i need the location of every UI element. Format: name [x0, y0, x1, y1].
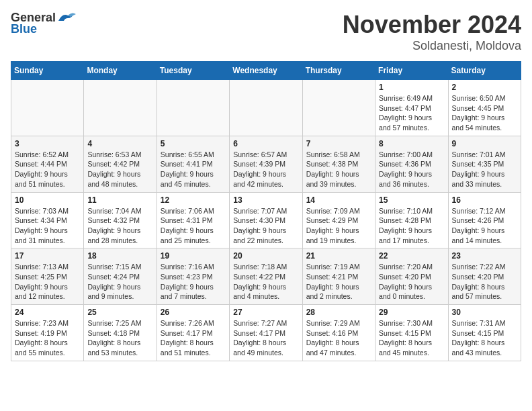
calendar-header-cell: Saturday [448, 62, 521, 80]
day-info: Sunrise: 7:15 AM Sunset: 4:24 PM Dayligh… [87, 262, 152, 302]
day-number: 30 [452, 308, 517, 317]
day-number: 9 [452, 139, 517, 148]
day-number: 10 [15, 195, 80, 205]
calendar-cell: 24Sunrise: 7:23 AM Sunset: 4:19 PM Dayli… [11, 305, 84, 361]
day-number: 6 [233, 139, 298, 148]
calendar-cell: 12Sunrise: 7:06 AM Sunset: 4:31 PM Dayli… [157, 192, 229, 248]
calendar-table: SundayMondayTuesdayWednesdayThursdayFrid… [11, 61, 521, 361]
calendar-cell: 4Sunrise: 6:53 AM Sunset: 4:42 PM Daylig… [84, 136, 157, 192]
calendar-cell: 13Sunrise: 7:07 AM Sunset: 4:30 PM Dayli… [230, 192, 302, 248]
calendar-cell [302, 80, 375, 136]
calendar-header-cell: Thursday [302, 62, 375, 80]
logo: General Blue [11, 11, 76, 36]
day-number: 12 [161, 195, 226, 205]
day-info: Sunrise: 7:23 AM Sunset: 4:19 PM Dayligh… [15, 318, 80, 358]
day-info: Sunrise: 7:20 AM Sunset: 4:20 PM Dayligh… [379, 262, 444, 302]
day-number: 13 [233, 195, 298, 205]
logo-bird-icon [57, 11, 76, 25]
day-number: 1 [379, 83, 444, 92]
page-header: General Blue November 2024 Soldanesti, M… [11, 11, 521, 53]
calendar-header-cell: Tuesday [157, 62, 229, 80]
calendar-cell: 30Sunrise: 7:31 AM Sunset: 4:15 PM Dayli… [448, 305, 521, 361]
day-info: Sunrise: 7:16 AM Sunset: 4:23 PM Dayligh… [161, 262, 226, 302]
day-info: Sunrise: 7:29 AM Sunset: 4:16 PM Dayligh… [306, 318, 371, 358]
day-number: 14 [306, 195, 371, 205]
day-info: Sunrise: 7:18 AM Sunset: 4:22 PM Dayligh… [233, 262, 298, 302]
day-number: 18 [87, 251, 152, 261]
day-number: 26 [161, 308, 226, 317]
day-number: 15 [379, 195, 444, 205]
day-info: Sunrise: 6:57 AM Sunset: 4:39 PM Dayligh… [233, 150, 298, 189]
day-info: Sunrise: 7:31 AM Sunset: 4:15 PM Dayligh… [452, 318, 517, 358]
day-number: 29 [379, 308, 444, 317]
calendar-week-row: 17Sunrise: 7:13 AM Sunset: 4:25 PM Dayli… [11, 248, 521, 305]
day-number: 7 [306, 139, 371, 148]
calendar-cell: 25Sunrise: 7:25 AM Sunset: 4:18 PM Dayli… [84, 305, 157, 361]
calendar-cell: 18Sunrise: 7:15 AM Sunset: 4:24 PM Dayli… [84, 248, 157, 305]
calendar-week-row: 24Sunrise: 7:23 AM Sunset: 4:19 PM Dayli… [11, 305, 521, 361]
calendar-cell: 7Sunrise: 6:58 AM Sunset: 4:38 PM Daylig… [302, 136, 375, 192]
page-subtitle: Soldanesti, Moldova [343, 39, 521, 53]
calendar-cell: 3Sunrise: 6:52 AM Sunset: 4:44 PM Daylig… [11, 136, 84, 192]
day-number: 17 [15, 251, 80, 261]
calendar-cell: 2Sunrise: 6:50 AM Sunset: 4:45 PM Daylig… [448, 80, 521, 136]
calendar-cell: 21Sunrise: 7:19 AM Sunset: 4:21 PM Dayli… [302, 248, 375, 305]
calendar-week-row: 10Sunrise: 7:03 AM Sunset: 4:34 PM Dayli… [11, 192, 521, 248]
day-number: 16 [452, 195, 517, 205]
day-info: Sunrise: 6:55 AM Sunset: 4:41 PM Dayligh… [161, 150, 226, 189]
calendar-cell: 19Sunrise: 7:16 AM Sunset: 4:23 PM Dayli… [157, 248, 229, 305]
day-number: 19 [161, 251, 226, 261]
day-number: 27 [233, 308, 298, 317]
calendar-cell: 22Sunrise: 7:20 AM Sunset: 4:20 PM Dayli… [375, 248, 448, 305]
calendar-cell: 9Sunrise: 7:01 AM Sunset: 4:35 PM Daylig… [448, 136, 521, 192]
day-info: Sunrise: 7:06 AM Sunset: 4:31 PM Dayligh… [161, 206, 226, 246]
day-info: Sunrise: 7:01 AM Sunset: 4:35 PM Dayligh… [452, 150, 517, 189]
day-number: 20 [233, 251, 298, 261]
day-info: Sunrise: 7:26 AM Sunset: 4:17 PM Dayligh… [161, 318, 226, 358]
day-info: Sunrise: 7:30 AM Sunset: 4:15 PM Dayligh… [379, 318, 444, 358]
calendar-cell: 11Sunrise: 7:04 AM Sunset: 4:32 PM Dayli… [84, 192, 157, 248]
calendar-cell: 5Sunrise: 6:55 AM Sunset: 4:41 PM Daylig… [157, 136, 229, 192]
day-number: 23 [452, 251, 517, 261]
day-info: Sunrise: 7:07 AM Sunset: 4:30 PM Dayligh… [233, 206, 298, 246]
calendar-header-row: SundayMondayTuesdayWednesdayThursdayFrid… [11, 62, 521, 80]
day-info: Sunrise: 7:27 AM Sunset: 4:17 PM Dayligh… [233, 318, 298, 358]
calendar-body: 1Sunrise: 6:49 AM Sunset: 4:47 PM Daylig… [11, 80, 521, 361]
day-number: 5 [161, 139, 226, 148]
calendar-cell: 23Sunrise: 7:22 AM Sunset: 4:20 PM Dayli… [448, 248, 521, 305]
day-number: 4 [87, 139, 152, 148]
calendar-week-row: 1Sunrise: 6:49 AM Sunset: 4:47 PM Daylig… [11, 80, 521, 136]
day-info: Sunrise: 6:58 AM Sunset: 4:38 PM Dayligh… [306, 150, 371, 189]
calendar-header-cell: Monday [84, 62, 157, 80]
day-info: Sunrise: 7:10 AM Sunset: 4:28 PM Dayligh… [379, 206, 444, 246]
calendar-cell: 26Sunrise: 7:26 AM Sunset: 4:17 PM Dayli… [157, 305, 229, 361]
calendar-cell: 16Sunrise: 7:12 AM Sunset: 4:26 PM Dayli… [448, 192, 521, 248]
day-info: Sunrise: 6:52 AM Sunset: 4:44 PM Dayligh… [15, 150, 80, 189]
calendar-header-cell: Wednesday [230, 62, 302, 80]
day-info: Sunrise: 7:19 AM Sunset: 4:21 PM Dayligh… [306, 262, 371, 302]
calendar-cell: 28Sunrise: 7:29 AM Sunset: 4:16 PM Dayli… [302, 305, 375, 361]
calendar-cell [230, 80, 302, 136]
calendar-cell: 15Sunrise: 7:10 AM Sunset: 4:28 PM Dayli… [375, 192, 448, 248]
day-info: Sunrise: 7:00 AM Sunset: 4:36 PM Dayligh… [379, 150, 444, 189]
day-info: Sunrise: 6:53 AM Sunset: 4:42 PM Dayligh… [87, 150, 152, 189]
calendar-cell [84, 80, 157, 136]
calendar-cell: 17Sunrise: 7:13 AM Sunset: 4:25 PM Dayli… [11, 248, 84, 305]
day-number: 3 [15, 139, 80, 148]
calendar-week-row: 3Sunrise: 6:52 AM Sunset: 4:44 PM Daylig… [11, 136, 521, 192]
calendar-cell: 6Sunrise: 6:57 AM Sunset: 4:39 PM Daylig… [230, 136, 302, 192]
day-number: 21 [306, 251, 371, 261]
calendar-header-cell: Friday [375, 62, 448, 80]
day-info: Sunrise: 7:13 AM Sunset: 4:25 PM Dayligh… [15, 262, 80, 302]
day-number: 22 [379, 251, 444, 261]
day-number: 11 [87, 195, 152, 205]
day-number: 2 [452, 83, 517, 92]
calendar-cell [157, 80, 229, 136]
day-info: Sunrise: 6:50 AM Sunset: 4:45 PM Dayligh… [452, 93, 517, 133]
day-number: 8 [379, 139, 444, 148]
calendar-cell: 8Sunrise: 7:00 AM Sunset: 4:36 PM Daylig… [375, 136, 448, 192]
logo-blue-text: Blue [11, 22, 37, 36]
day-number: 28 [306, 308, 371, 317]
calendar-cell: 10Sunrise: 7:03 AM Sunset: 4:34 PM Dayli… [11, 192, 84, 248]
calendar-cell [11, 80, 84, 136]
